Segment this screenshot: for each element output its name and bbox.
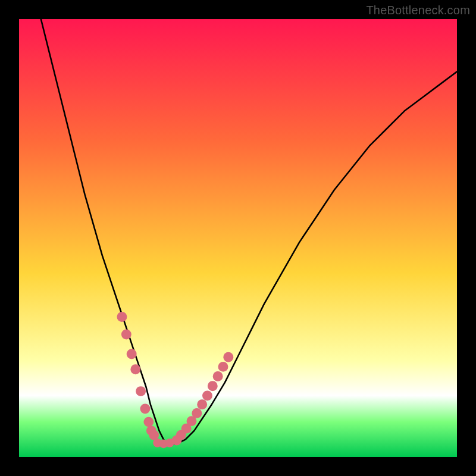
data-point [208, 381, 218, 391]
data-point [130, 364, 140, 374]
data-point [202, 390, 212, 400]
data-point [121, 329, 131, 339]
chart-stage: TheBottleneck.com [0, 0, 476, 476]
data-point [192, 408, 202, 418]
data-point [218, 362, 228, 372]
watermark-text: TheBottleneck.com [366, 4, 470, 17]
data-point [197, 399, 207, 409]
data-point [117, 312, 127, 322]
bottleneck-curve [19, 19, 457, 457]
data-point [143, 417, 154, 427]
data-point [136, 386, 146, 396]
data-point [127, 349, 137, 359]
plot-area [19, 19, 457, 457]
data-point [140, 404, 151, 414]
data-point [223, 352, 233, 362]
data-point [213, 371, 223, 381]
